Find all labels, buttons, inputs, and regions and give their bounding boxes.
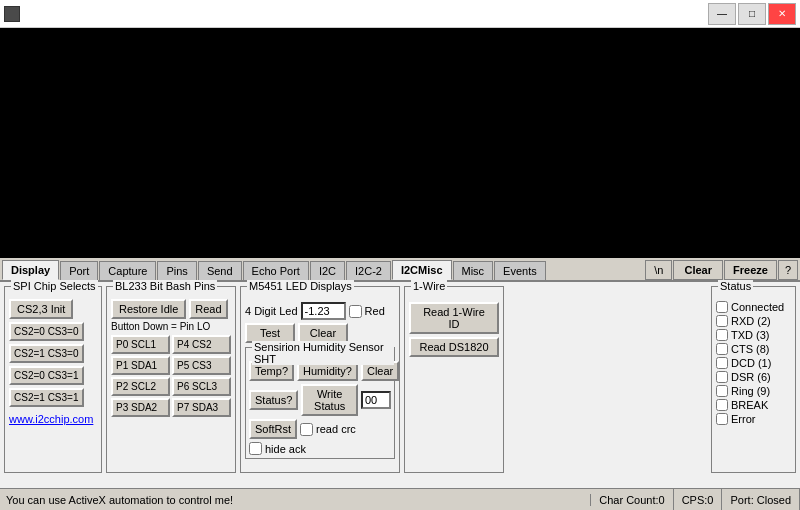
cs-btn-1[interactable]: CS2=1 CS3=0 <box>9 344 84 363</box>
cts-label: CTS (8) <box>731 343 770 355</box>
cs-btn-2[interactable]: CS2=0 CS3=1 <box>9 366 84 385</box>
bl233-group: BL233 Bit Bash Pins Restore Idle Read Bu… <box>106 286 236 473</box>
ring-label: Ring (9) <box>731 385 770 397</box>
hide-ack-checkbox[interactable] <box>249 442 262 455</box>
wire-group: 1-Wire Read 1-Wire ID Read DS1820 <box>404 286 504 473</box>
tab-send[interactable]: Send <box>198 261 242 280</box>
port-status: Port: Closed <box>722 489 800 510</box>
test-button[interactable]: Test <box>245 323 295 343</box>
read-crc-label: read crc <box>316 423 356 435</box>
txd-checkbox[interactable] <box>716 329 728 341</box>
pin-p0scl1[interactable]: P0 SCL1 <box>111 335 170 354</box>
char-count: Char Count:0 <box>591 489 673 510</box>
error-checkbox[interactable] <box>716 413 728 425</box>
pin-p3sda2[interactable]: P3 SDA2 <box>111 398 170 417</box>
dsr-label: DSR (6) <box>731 371 771 383</box>
maximize-button[interactable]: □ <box>738 3 766 25</box>
read-crc-checkbox[interactable] <box>300 423 313 436</box>
minimize-button[interactable]: — <box>708 3 736 25</box>
break-checkbox[interactable] <box>716 399 728 411</box>
softrst-button[interactable]: SoftRst <box>249 419 297 439</box>
sensor-group-title: Sensirion Humidity Sensor SHT <box>252 341 394 365</box>
status-group: Status Connected RXD (2) TXD (3) CTS (8)… <box>711 286 796 473</box>
tab-i2c[interactable]: I2C <box>310 261 345 280</box>
digit-led-label: 4 Digit Led <box>245 305 298 317</box>
status-button[interactable]: Status? <box>249 390 298 410</box>
pin-p6scl3[interactable]: P6 SCL3 <box>172 377 231 396</box>
pin-p5cs3[interactable]: P5 CS3 <box>172 356 231 375</box>
rxd-checkbox[interactable] <box>716 315 728 327</box>
pin-p1sda1[interactable]: P1 SDA1 <box>111 356 170 375</box>
dsr-checkbox[interactable] <box>716 371 728 383</box>
tab-bar: Display Port Capture Pins Send Echo Port… <box>0 258 800 282</box>
m5451-group-title: M5451 LED Displays <box>247 280 354 292</box>
app-icon <box>4 6 20 22</box>
cs-btn-0[interactable]: CS2=0 CS3=0 <box>9 322 84 341</box>
m5451-clear-button[interactable]: Clear <box>298 323 348 343</box>
website-link[interactable]: www.i2cchip.com <box>9 413 93 425</box>
write-status-button[interactable]: Write Status <box>301 384 358 416</box>
cs-btn-3[interactable]: CS2=1 CS3=1 <box>9 388 84 407</box>
status-error: Error <box>716 413 791 425</box>
tab-events[interactable]: Events <box>494 261 546 280</box>
txd-label: TXD (3) <box>731 329 770 341</box>
help-button[interactable]: ? <box>778 260 798 280</box>
spi-group-title: SPI Chip Selects <box>11 280 98 292</box>
pin-p4cs2[interactable]: P4 CS2 <box>172 335 231 354</box>
read-wire-id-button[interactable]: Read 1-Wire ID <box>409 302 499 334</box>
status-break: BREAK <box>716 399 791 411</box>
dcd-checkbox[interactable] <box>716 357 728 369</box>
tab-i2c2[interactable]: I2C-2 <box>346 261 391 280</box>
bl233-group-title: BL233 Bit Bash Pins <box>113 280 217 292</box>
cts-checkbox[interactable] <box>716 343 728 355</box>
rxd-label: RXD (2) <box>731 315 771 327</box>
status-group-title: Status <box>718 280 753 292</box>
tab-pins[interactable]: Pins <box>157 261 196 280</box>
dcd-label: DCD (1) <box>731 357 771 369</box>
hide-ack-label: hide ack <box>265 443 306 455</box>
status-message: You can use ActiveX automation to contro… <box>0 494 591 506</box>
status-connected: Connected <box>716 301 791 313</box>
button-note: Button Down = Pin LO <box>111 321 231 332</box>
freeze-button[interactable]: Freeze <box>724 260 777 280</box>
cps-display: CPS:0 <box>674 489 723 510</box>
tab-port[interactable]: Port <box>60 261 98 280</box>
tab-i2cmisc[interactable]: I2CMisc <box>392 260 452 280</box>
spi-group: SPI Chip Selects CS2,3 Init CS2=0 CS3=0 … <box>4 286 102 473</box>
status-ring: Ring (9) <box>716 385 791 397</box>
error-label: Error <box>731 413 755 425</box>
clear-button[interactable]: Clear <box>673 260 723 280</box>
status-input[interactable] <box>361 391 391 409</box>
status-txd: TXD (3) <box>716 329 791 341</box>
restore-idle-button[interactable]: Restore Idle <box>111 299 186 319</box>
red-label: Red <box>365 305 385 317</box>
status-dcd: DCD (1) <box>716 357 791 369</box>
close-button[interactable]: ✕ <box>768 3 796 25</box>
tab-echoport[interactable]: Echo Port <box>243 261 309 280</box>
red-checkbox[interactable] <box>349 305 362 318</box>
wire-group-title: 1-Wire <box>411 280 447 292</box>
status-bar: You can use ActiveX automation to contro… <box>0 488 800 510</box>
display-area <box>0 28 800 258</box>
tab-capture[interactable]: Capture <box>99 261 156 280</box>
tab-misc[interactable]: Misc <box>453 261 494 280</box>
digit-led-input[interactable] <box>301 302 346 320</box>
pin-p7sda3[interactable]: P7 SDA3 <box>172 398 231 417</box>
connected-label: Connected <box>731 301 784 313</box>
m5451-group: M5451 LED Displays 4 Digit Led Red Test … <box>240 286 400 473</box>
ring-checkbox[interactable] <box>716 385 728 397</box>
connected-checkbox[interactable] <box>716 301 728 313</box>
status-rxd: RXD (2) <box>716 315 791 327</box>
read-button[interactable]: Read <box>189 299 227 319</box>
status-cts: CTS (8) <box>716 343 791 355</box>
tab-display[interactable]: Display <box>2 260 59 280</box>
break-label: BREAK <box>731 399 768 411</box>
newline-button[interactable]: \n <box>645 260 672 280</box>
pin-p2scl2[interactable]: P2 SCL2 <box>111 377 170 396</box>
read-ds1820-button[interactable]: Read DS1820 <box>409 337 499 357</box>
title-bar: — □ ✕ <box>0 0 800 28</box>
cs23-init-button[interactable]: CS2,3 Init <box>9 299 73 319</box>
main-content: SPI Chip Selects CS2,3 Init CS2=0 CS3=0 … <box>0 282 800 477</box>
status-dsr: DSR (6) <box>716 371 791 383</box>
